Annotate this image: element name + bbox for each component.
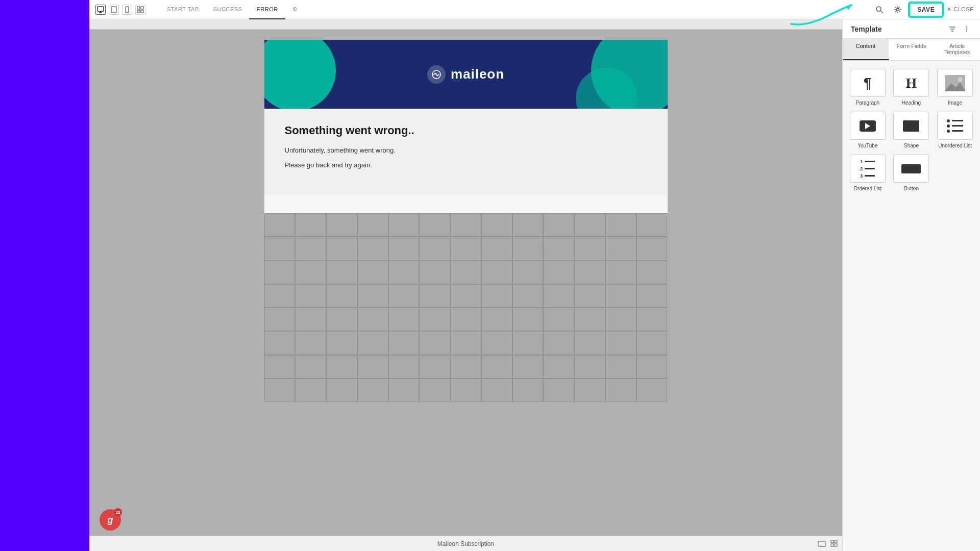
content-block-heading[interactable]: H Heading <box>893 69 930 106</box>
tab-plus[interactable]: ⊕ <box>285 0 305 19</box>
toolbar-left <box>95 5 145 15</box>
svg-point-15 <box>897 8 899 11</box>
panel-filter-icon[interactable] <box>947 24 958 34</box>
content-block-button[interactable]: Button <box>893 155 930 191</box>
grid-area <box>264 213 668 402</box>
grid-cell <box>450 331 481 355</box>
tab-error[interactable]: ERROR <box>249 0 285 19</box>
grid-cell <box>574 213 605 237</box>
content-block-shape[interactable]: Shape <box>893 112 930 148</box>
panel-tabs: Content Form Fields Article Templates <box>843 39 980 61</box>
grid-cell <box>295 331 326 355</box>
search-button[interactable] <box>872 3 887 17</box>
svg-point-28 <box>966 30 967 31</box>
avatar-container[interactable]: g 22 <box>100 509 121 531</box>
canvas-scroll[interactable]: maileon Something went wrong.. Unfortuna… <box>89 30 842 551</box>
grid-cell <box>264 237 296 260</box>
panel-more-icon[interactable] <box>962 24 972 34</box>
content-card: maileon Something went wrong.. Unfortuna… <box>264 40 668 213</box>
grid-cell <box>512 308 544 331</box>
grid-cell <box>357 213 388 237</box>
grid-cell <box>419 331 450 355</box>
error-line1: Unfortunately, something went wrong. <box>285 145 647 156</box>
grid-cell <box>636 237 668 260</box>
settings-button[interactable] <box>891 3 905 17</box>
content-block-ordered-list[interactable]: 1 2 3 Or <box>849 155 887 191</box>
grid-cell <box>636 284 668 308</box>
grid-cell <box>419 284 450 308</box>
grid-cell <box>295 355 326 379</box>
grid-cell <box>512 379 544 402</box>
banner-logo: maileon <box>427 65 504 84</box>
canvas-ruler <box>89 19 842 30</box>
grid-cell <box>264 331 296 355</box>
grid-cell <box>543 237 574 260</box>
grid-cell <box>605 261 636 284</box>
save-button[interactable]: SAVE <box>909 3 943 17</box>
panel-header-icons <box>947 24 972 34</box>
grid-cell <box>605 379 636 402</box>
grid-cell <box>419 355 450 379</box>
grid-cell <box>357 261 388 284</box>
content-block-unordered-list[interactable]: Unordered List <box>936 112 974 148</box>
button-block-icon <box>893 155 929 183</box>
grid-cell <box>264 355 296 379</box>
grid-cell <box>481 237 512 260</box>
tab-success[interactable]: SUCCESS <box>206 0 250 19</box>
toolbar: START TAB SUCCESS ERROR ⊕ <box>89 0 980 19</box>
grid-cell <box>512 331 544 355</box>
svg-rect-12 <box>141 10 143 13</box>
heading-label: Heading <box>902 100 921 106</box>
grid-cell <box>543 331 574 355</box>
grid-cell <box>388 355 420 379</box>
status-bar-right <box>818 540 838 548</box>
grid-view-icon[interactable] <box>135 5 145 15</box>
toolbar-right: SAVE ✕ CLOSE <box>872 3 974 17</box>
avatar: g 22 <box>100 509 121 531</box>
grid-cell <box>295 308 326 331</box>
ordered-list-label: Ordered List <box>853 186 881 191</box>
banner-teal-circle-left <box>264 40 336 109</box>
grid-cell <box>605 237 636 260</box>
grid-cell <box>605 284 636 308</box>
panel-tab-form-fields[interactable]: Form Fields <box>889 39 935 60</box>
grid-cell <box>326 308 357 331</box>
grid-cell <box>481 308 512 331</box>
grid-cell <box>295 213 326 237</box>
error-content: Something went wrong.. Unfortunately, so… <box>264 109 668 195</box>
content-block-image[interactable]: Image <box>936 69 974 106</box>
grid-cell <box>512 284 544 308</box>
tablet-view-icon[interactable] <box>109 5 119 15</box>
grid-cell <box>388 379 420 402</box>
desktop-view-icon[interactable] <box>95 5 106 15</box>
grid-cell <box>388 213 420 237</box>
maileon-icon <box>427 65 446 84</box>
content-block-youtube[interactable]: YouTube <box>849 112 887 148</box>
grid-cell <box>326 379 357 402</box>
svg-rect-1 <box>97 7 104 11</box>
panel-tab-content[interactable]: Content <box>843 39 889 60</box>
ordered-list-block-icon: 1 2 3 <box>850 155 886 183</box>
grid-cell <box>512 261 544 284</box>
editor-container: START TAB SUCCESS ERROR ⊕ <box>89 0 980 551</box>
heading-block-icon: H <box>893 69 929 97</box>
grid-cell <box>326 355 357 379</box>
grid-cell <box>419 379 450 402</box>
grid-cell <box>605 355 636 379</box>
grid-cell <box>264 261 296 284</box>
svg-rect-11 <box>137 10 140 13</box>
banner: maileon <box>264 40 668 109</box>
error-line2: Please go back and try again. <box>285 160 647 171</box>
grid-cell <box>326 331 357 355</box>
panel-tab-article-templates[interactable]: Article Templates <box>934 39 980 60</box>
toolbar-tabs: START TAB SUCCESS ERROR ⊕ <box>160 0 304 19</box>
mobile-view-icon[interactable] <box>122 5 132 15</box>
grid-cell <box>481 261 512 284</box>
tab-start-tab[interactable]: START TAB <box>160 0 206 19</box>
grid-cell <box>481 213 512 237</box>
content-block-paragraph[interactable]: ¶ Paragraph <box>849 69 887 106</box>
grid-cell <box>419 237 450 260</box>
shape-block-icon <box>893 112 929 140</box>
close-button[interactable]: ✕ CLOSE <box>947 6 974 13</box>
grid-cell <box>295 237 326 260</box>
